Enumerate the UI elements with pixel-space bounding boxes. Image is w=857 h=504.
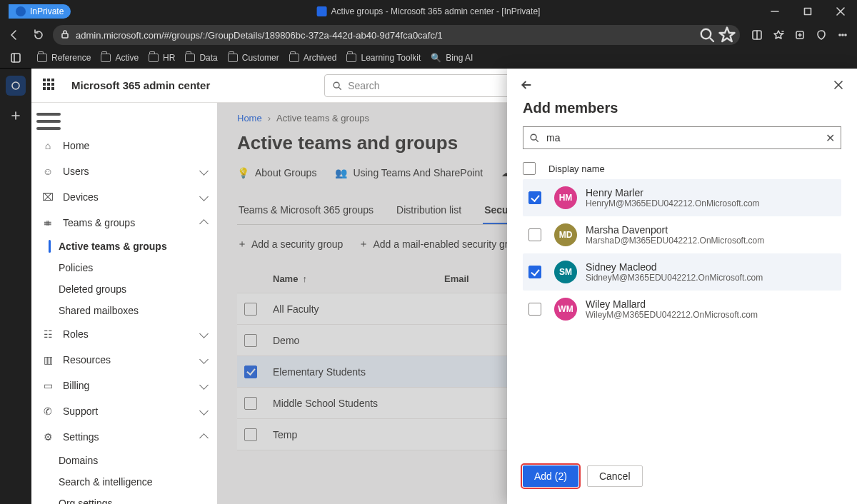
sort-arrow-icon: ↑ bbox=[302, 273, 307, 284]
svg-rect-4 bbox=[62, 34, 68, 38]
panel-search-input[interactable] bbox=[545, 131, 835, 144]
nav-teams-groups[interactable]: ⩨Teams & groups bbox=[31, 210, 217, 236]
col-name[interactable]: Name↑ bbox=[273, 273, 444, 284]
select-all-checkbox[interactable] bbox=[523, 162, 536, 175]
member-checkbox[interactable] bbox=[528, 191, 541, 204]
plus-icon: ＋ bbox=[359, 238, 369, 251]
favorite-star-icon[interactable] bbox=[718, 26, 736, 44]
nav-billing[interactable]: ▭Billing bbox=[31, 373, 217, 398]
panel-back-button[interactable] bbox=[520, 79, 533, 94]
edge-sidebar-copilot-icon[interactable] bbox=[6, 76, 26, 96]
tab-teams-m365[interactable]: Teams & Microsoft 365 groups bbox=[237, 197, 375, 224]
nav-resources[interactable]: ▥Resources bbox=[31, 347, 217, 373]
nav-search-intelligence[interactable]: Search & intelligence bbox=[31, 471, 217, 493]
member-email: HenryM@M365EDU042212.OnMicrosoft.com bbox=[586, 198, 760, 208]
panel-title: Add members bbox=[523, 100, 841, 116]
member-avatar: MD bbox=[554, 223, 577, 246]
row-checkbox[interactable] bbox=[244, 366, 257, 378]
nav-settings[interactable]: ⚙Settings bbox=[31, 424, 217, 450]
folder-icon bbox=[346, 54, 356, 62]
member-row[interactable]: SMSidney MacleodSidneyM@M365EDU042212.On… bbox=[523, 253, 841, 291]
add-mail-security-group-button[interactable]: ＋Add a mail-enabled security group bbox=[359, 238, 524, 251]
cancel-button[interactable]: Cancel bbox=[587, 465, 643, 487]
back-button[interactable] bbox=[4, 25, 24, 45]
omnibox-zoom-icon[interactable] bbox=[698, 26, 716, 44]
svg-point-18 bbox=[845, 34, 846, 36]
roles-icon: ☷ bbox=[41, 328, 54, 340]
url-text: admin.microsoft.com/#/groups/:/GroupDeta… bbox=[76, 30, 443, 41]
clear-search-icon[interactable]: ✕ bbox=[826, 131, 835, 145]
row-checkbox[interactable] bbox=[244, 334, 257, 347]
teach-teams-sharepoint[interactable]: 👥Using Teams And SharePoint bbox=[335, 167, 483, 178]
maximize-button[interactable] bbox=[791, 0, 824, 23]
row-checkbox[interactable] bbox=[244, 303, 257, 316]
folder-icon bbox=[149, 54, 159, 62]
panel-close-button[interactable] bbox=[833, 79, 844, 94]
nav-home[interactable]: ⌂Home bbox=[31, 133, 217, 158]
nav-users[interactable]: ☺Users bbox=[31, 158, 217, 184]
member-avatar: WM bbox=[554, 298, 577, 321]
favorites-bar: ReferenceActiveHRDataCustomerArchivedLea… bbox=[0, 47, 857, 69]
nav-support[interactable]: ✆Support bbox=[31, 398, 217, 424]
nav-org-settings[interactable]: Org settings bbox=[31, 493, 217, 504]
nav-hamburger-icon[interactable] bbox=[34, 110, 63, 133]
svg-rect-19 bbox=[11, 54, 20, 62]
svg-marker-10 bbox=[774, 31, 783, 39]
svg-point-21 bbox=[12, 82, 19, 89]
minimize-button[interactable] bbox=[758, 0, 791, 23]
favorite-learning-toolkit[interactable]: Learning Toolkit bbox=[346, 53, 421, 63]
col-display-name[interactable]: Display name bbox=[548, 163, 605, 174]
member-checkbox[interactable] bbox=[528, 303, 541, 316]
app-launcher-icon[interactable] bbox=[43, 79, 57, 93]
member-avatar: SM bbox=[554, 261, 577, 283]
nav-domains[interactable]: Domains bbox=[31, 450, 217, 471]
add-button[interactable]: Add (2) bbox=[523, 465, 578, 487]
settings-icon: ⚙ bbox=[41, 431, 54, 443]
nav-policies[interactable]: Policies bbox=[31, 257, 217, 278]
folder-icon bbox=[185, 54, 195, 62]
breadcrumb-home[interactable]: Home bbox=[237, 113, 262, 124]
member-name: Wiley Mallard bbox=[586, 298, 758, 310]
row-checkbox[interactable] bbox=[244, 397, 257, 410]
vertical-tabs-icon[interactable] bbox=[6, 48, 26, 68]
favorite-customer[interactable]: Customer bbox=[228, 53, 279, 63]
member-checkbox[interactable] bbox=[528, 266, 541, 278]
collections-icon[interactable] bbox=[790, 25, 810, 45]
favorite-data[interactable]: Data bbox=[185, 53, 217, 63]
member-row[interactable]: WMWiley MallardWileyM@M365EDU042212.OnMi… bbox=[523, 291, 841, 328]
member-row[interactable]: MDMarsha DavenportMarshaD@M365EDU042212.… bbox=[523, 216, 841, 253]
col-email[interactable]: Email bbox=[444, 273, 469, 284]
member-row[interactable]: HMHenry MarlerHenryM@M365EDU042212.OnMic… bbox=[523, 179, 841, 216]
tab-distribution[interactable]: Distribution list bbox=[395, 197, 463, 224]
nav-shared-mailboxes[interactable]: Shared mailboxes bbox=[31, 300, 217, 321]
svg-point-24 bbox=[334, 82, 339, 88]
row-checkbox[interactable] bbox=[244, 428, 257, 441]
favorite-archived[interactable]: Archived bbox=[289, 53, 337, 63]
browser-essentials-icon[interactable] bbox=[811, 25, 831, 45]
svg-point-5 bbox=[701, 29, 711, 39]
panel-column-header: Display name bbox=[523, 162, 841, 175]
favorite-active[interactable]: Active bbox=[101, 53, 139, 63]
nav-devices[interactable]: ⌧Devices bbox=[31, 184, 217, 210]
svg-line-6 bbox=[711, 39, 714, 42]
teams-small-icon: 👥 bbox=[335, 167, 347, 178]
nav-roles[interactable]: ☷Roles bbox=[31, 321, 217, 347]
teach-about-groups[interactable]: 💡About Groups bbox=[237, 167, 316, 178]
nav-active-teams-groups[interactable]: Active teams & groups bbox=[31, 236, 217, 257]
member-avatar: HM bbox=[554, 186, 577, 209]
favorite-bing-ai[interactable]: 🔍Bing AI bbox=[431, 53, 473, 63]
edge-sidebar-add-icon[interactable] bbox=[6, 106, 26, 126]
row-name: Temp bbox=[273, 429, 444, 440]
panel-search[interactable]: ✕ bbox=[523, 126, 841, 149]
close-window-button[interactable] bbox=[824, 0, 857, 23]
address-bar[interactable]: admin.microsoft.com/#/groups/:/GroupDeta… bbox=[53, 25, 740, 45]
member-checkbox[interactable] bbox=[528, 228, 541, 241]
more-button[interactable] bbox=[833, 25, 853, 45]
nav-deleted-groups[interactable]: Deleted groups bbox=[31, 278, 217, 300]
split-screen-icon[interactable] bbox=[747, 25, 767, 45]
favorite-reference[interactable]: Reference bbox=[37, 53, 91, 63]
add-security-group-button[interactable]: ＋Add a security group bbox=[237, 238, 343, 251]
refresh-button[interactable] bbox=[29, 25, 49, 45]
favorites-icon[interactable] bbox=[768, 25, 788, 45]
favorite-hr[interactable]: HR bbox=[149, 53, 175, 63]
